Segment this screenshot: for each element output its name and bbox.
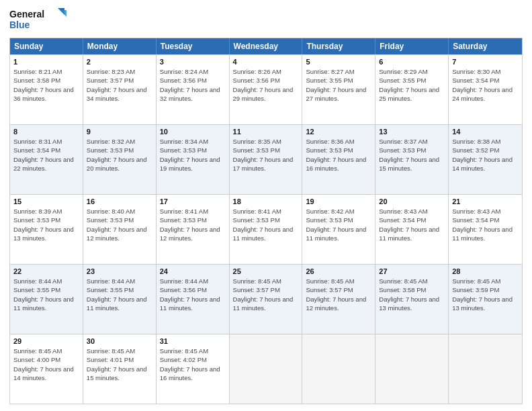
sunset-text: Sunset: 3:53 PM: [306, 146, 371, 154]
daylight-text: Daylight: 7 hours and 12 minutes.: [87, 225, 152, 243]
sunrise-text: Sunrise: 8:40 AM: [87, 207, 152, 216]
daylight-text: Daylight: 7 hours and 22 minutes.: [13, 155, 79, 173]
sunrise-text: Sunrise: 8:23 AM: [87, 67, 152, 76]
sunset-text: Sunset: 3:53 PM: [87, 146, 152, 154]
day-cell-16: 16Sunrise: 8:40 AMSunset: 3:53 PMDayligh…: [83, 195, 157, 264]
day-cell-26: 26Sunrise: 8:45 AMSunset: 3:57 PMDayligh…: [302, 265, 375, 334]
sunrise-text: Sunrise: 8:27 AM: [306, 67, 371, 76]
sunset-text: Sunset: 3:53 PM: [306, 216, 371, 224]
sunset-text: Sunset: 3:55 PM: [306, 76, 371, 85]
day-cell-11: 11Sunrise: 8:35 AMSunset: 3:53 PMDayligh…: [230, 125, 303, 194]
daylight-text: Daylight: 7 hours and 17 minutes.: [233, 155, 299, 173]
day-number: 1: [13, 58, 79, 66]
sunrise-text: Sunrise: 8:44 AM: [87, 277, 152, 285]
svg-marker-3: [60, 10, 66, 17]
page: General Blue SundayMondayTuesdayWednesda…: [0, 0, 532, 411]
daylight-text: Daylight: 7 hours and 12 minutes.: [160, 225, 226, 243]
sunset-text: Sunset: 3:56 PM: [160, 76, 226, 85]
day-number: 11: [233, 128, 299, 136]
day-cell-7: 7Sunrise: 8:30 AMSunset: 3:54 PMDaylight…: [449, 55, 522, 124]
sunrise-text: Sunrise: 8:30 AM: [452, 67, 519, 76]
day-number: 15: [13, 197, 79, 205]
day-number: 16: [87, 197, 152, 205]
sunrise-text: Sunrise: 8:34 AM: [160, 137, 226, 146]
sunrise-text: Sunrise: 8:45 AM: [87, 347, 152, 355]
day-cell-13: 13Sunrise: 8:37 AMSunset: 3:53 PMDayligh…: [375, 125, 449, 194]
sunset-text: Sunset: 3:57 PM: [233, 285, 299, 294]
calendar-week-3: 15Sunrise: 8:39 AMSunset: 3:53 PMDayligh…: [10, 194, 522, 264]
day-cell-10: 10Sunrise: 8:34 AMSunset: 3:53 PMDayligh…: [157, 125, 230, 194]
day-cell-30: 30Sunrise: 8:45 AMSunset: 4:01 PMDayligh…: [83, 334, 157, 404]
day-cell-1: 1Sunrise: 8:21 AMSunset: 3:58 PMDaylight…: [10, 55, 83, 124]
sunset-text: Sunset: 3:55 PM: [13, 285, 79, 294]
day-cell-4: 4Sunrise: 8:26 AMSunset: 3:56 PMDaylight…: [230, 55, 303, 124]
sunset-text: Sunset: 3:53 PM: [13, 216, 79, 224]
sunrise-text: Sunrise: 8:38 AM: [452, 137, 519, 146]
day-number: 5: [306, 58, 371, 66]
daylight-text: Daylight: 7 hours and 19 minutes.: [160, 155, 226, 173]
daylight-text: Daylight: 7 hours and 11 minutes.: [160, 295, 226, 313]
day-number: 31: [160, 337, 226, 345]
day-number: 10: [160, 128, 226, 136]
daylight-text: Daylight: 7 hours and 36 minutes.: [13, 85, 79, 103]
sunrise-text: Sunrise: 8:42 AM: [306, 207, 371, 216]
sunset-text: Sunset: 3:55 PM: [87, 285, 152, 294]
header: General Blue: [9, 7, 523, 32]
header-cell-friday: Friday: [375, 38, 449, 54]
day-number: 18: [233, 197, 299, 205]
sunset-text: Sunset: 3:57 PM: [87, 76, 152, 85]
day-cell-19: 19Sunrise: 8:42 AMSunset: 3:53 PMDayligh…: [302, 195, 375, 264]
day-cell-31: 31Sunrise: 8:45 AMSunset: 4:02 PMDayligh…: [157, 334, 230, 404]
sunset-text: Sunset: 3:53 PM: [379, 146, 445, 154]
sunset-text: Sunset: 3:58 PM: [379, 285, 445, 294]
day-number: 21: [452, 197, 519, 205]
sunset-text: Sunset: 3:54 PM: [452, 216, 519, 224]
day-number: 12: [306, 128, 371, 136]
daylight-text: Daylight: 7 hours and 11 minutes.: [306, 225, 371, 243]
day-number: 6: [379, 58, 445, 66]
day-number: 19: [306, 197, 371, 205]
sunset-text: Sunset: 3:53 PM: [160, 216, 226, 224]
daylight-text: Daylight: 7 hours and 34 minutes.: [87, 85, 152, 103]
empty-cell: [449, 334, 522, 404]
daylight-text: Daylight: 7 hours and 15 minutes.: [87, 365, 152, 383]
header-cell-wednesday: Wednesday: [230, 38, 303, 54]
day-number: 14: [452, 128, 519, 136]
sunset-text: Sunset: 3:54 PM: [452, 76, 519, 85]
calendar-week-5: 29Sunrise: 8:45 AMSunset: 4:00 PMDayligh…: [10, 334, 522, 404]
day-number: 28: [452, 267, 519, 275]
sunset-text: Sunset: 3:54 PM: [379, 216, 445, 224]
daylight-text: Daylight: 7 hours and 25 minutes.: [379, 85, 445, 103]
sunrise-text: Sunrise: 8:45 AM: [379, 277, 445, 285]
daylight-text: Daylight: 7 hours and 16 minutes.: [160, 365, 226, 383]
sunset-text: Sunset: 3:59 PM: [452, 285, 519, 294]
header-cell-tuesday: Tuesday: [157, 38, 230, 54]
daylight-text: Daylight: 7 hours and 29 minutes.: [233, 85, 299, 103]
header-cell-sunday: Sunday: [10, 38, 83, 54]
daylight-text: Daylight: 7 hours and 32 minutes.: [160, 85, 226, 103]
calendar-week-4: 22Sunrise: 8:44 AMSunset: 3:55 PMDayligh…: [10, 264, 522, 334]
daylight-text: Daylight: 7 hours and 24 minutes.: [452, 85, 519, 103]
day-number: 27: [379, 267, 445, 275]
day-cell-14: 14Sunrise: 8:38 AMSunset: 3:52 PMDayligh…: [449, 125, 522, 194]
day-number: 3: [160, 58, 226, 66]
daylight-text: Daylight: 7 hours and 13 minutes.: [13, 225, 79, 243]
calendar-header-row: SundayMondayTuesdayWednesdayThursdayFrid…: [10, 38, 522, 54]
daylight-text: Daylight: 7 hours and 11 minutes.: [379, 225, 445, 243]
daylight-text: Daylight: 7 hours and 11 minutes.: [452, 225, 519, 243]
day-number: 25: [233, 267, 299, 275]
sunset-text: Sunset: 3:52 PM: [452, 146, 519, 154]
daylight-text: Daylight: 7 hours and 11 minutes.: [233, 225, 299, 243]
sunset-text: Sunset: 4:01 PM: [87, 355, 152, 364]
sunrise-text: Sunrise: 8:43 AM: [379, 207, 445, 216]
sunrise-text: Sunrise: 8:24 AM: [160, 67, 226, 76]
day-cell-28: 28Sunrise: 8:45 AMSunset: 3:59 PMDayligh…: [449, 265, 522, 334]
sunrise-text: Sunrise: 8:31 AM: [13, 137, 79, 146]
day-cell-8: 8Sunrise: 8:31 AMSunset: 3:54 PMDaylight…: [10, 125, 83, 194]
day-number: 4: [233, 58, 299, 66]
daylight-text: Daylight: 7 hours and 13 minutes.: [452, 295, 519, 313]
day-cell-6: 6Sunrise: 8:29 AMSunset: 3:55 PMDaylight…: [375, 55, 449, 124]
day-number: 29: [13, 337, 79, 345]
sunrise-text: Sunrise: 8:35 AM: [233, 137, 299, 146]
sunset-text: Sunset: 3:53 PM: [87, 216, 152, 224]
